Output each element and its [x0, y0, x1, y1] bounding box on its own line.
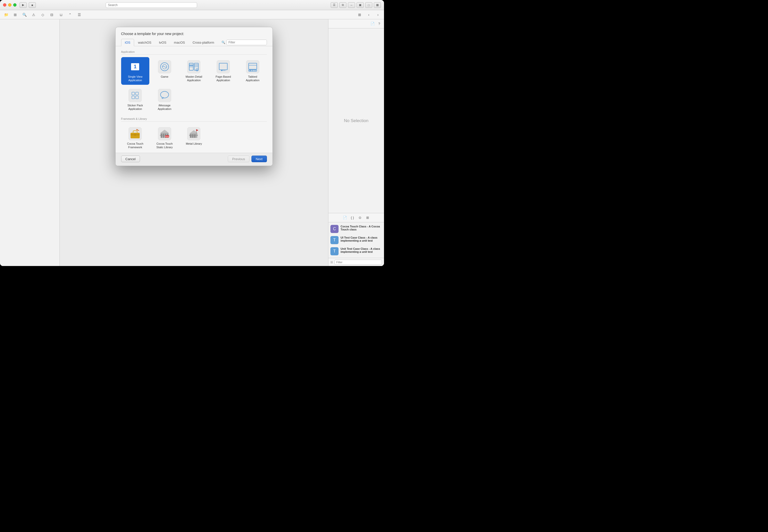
minimize-button[interactable] [8, 3, 11, 7]
editor-version-button[interactable]: ↔ [348, 2, 355, 8]
debug-toggle[interactable]: □ [365, 2, 372, 8]
tabbed-icon [246, 60, 259, 73]
svg-rect-56 [190, 134, 191, 138]
help-icon[interactable]: ? [376, 21, 382, 27]
code-snippet-icon[interactable]: { } [350, 215, 355, 221]
template-game[interactable]: Game [150, 57, 179, 85]
tab-crossplatform[interactable]: Cross-platform [189, 39, 218, 46]
sticker-pack-label: Sticker PackApplication [127, 104, 143, 111]
template-page-based[interactable]: Page-BasedApplication [209, 57, 237, 85]
library-item-cocoa-touch[interactable]: C Cocoa Touch Class - A Cocoa Touch clas… [328, 223, 384, 235]
tab-watchos[interactable]: watchOS [134, 39, 155, 46]
imessage-label: iMessageApplication [158, 104, 171, 111]
bookmark-icon[interactable]: ◇ [39, 11, 47, 18]
template-sticker-pack[interactable]: Sticker PackApplication [121, 86, 150, 113]
ui-test-class-icon: T [330, 236, 338, 244]
tab-tvos[interactable]: tvOS [155, 39, 170, 46]
source-control-icon[interactable]: ⊔ [57, 11, 65, 18]
cocoa-touch-class-text: Cocoa Touch Class - A Cocoa Touch class [340, 225, 382, 231]
maximize-button[interactable] [13, 3, 17, 7]
tab-macos[interactable]: macOS [170, 39, 189, 46]
modal-footer: Cancel Previous Next [116, 153, 272, 166]
run-button[interactable]: ▶ [20, 2, 27, 8]
hierarchy-icon[interactable]: ⊞ [11, 11, 19, 18]
library-filter-input[interactable] [334, 260, 382, 265]
folder-icon[interactable]: 📁 [2, 11, 10, 18]
new-project-dialog: Choose a template for your new project: … [115, 27, 273, 166]
game-icon [158, 60, 171, 73]
unit-test-class-title: Unit Test Case Class - A class implement… [340, 247, 382, 253]
cocoa-touch-class-title: Cocoa Touch Class - A Cocoa Touch class [340, 225, 382, 231]
library-section: 📄 { } ⊙ ⊞ C Cocoa Touch Class - A Cocoa … [328, 213, 384, 266]
tab-ios[interactable]: iOS [121, 39, 134, 46]
search-toolbar-icon[interactable]: 🔍 [20, 11, 28, 18]
template-master-detail[interactable]: Master-DetailApplication [180, 57, 208, 85]
single-view-label: Single ViewApplication [128, 75, 142, 82]
debug-navigator-icon[interactable]: ☰ [75, 11, 83, 18]
tabbed-label: TabbedApplication [246, 75, 259, 82]
back-button[interactable]: ‹ [365, 11, 373, 18]
cocoa-touch-class-icon: C [330, 225, 338, 233]
svg-rect-58 [194, 134, 195, 138]
svg-rect-37 [158, 89, 171, 102]
sticker-pack-icon [128, 89, 142, 102]
titlebar-search-area [106, 2, 197, 8]
modal-content: Application 1 [116, 46, 272, 153]
application-section-header: Application [121, 50, 267, 55]
template-imessage[interactable]: iMessageApplication [150, 86, 179, 113]
page-based-label: Page-BasedApplication [216, 75, 231, 82]
object-library-icon[interactable]: ⊙ [357, 215, 363, 221]
no-selection-area: No Selection [328, 28, 384, 213]
center-area: Choose a template for your new project: … [60, 19, 328, 266]
ui-test-class-title: UI Test Case Class - A class implementin… [340, 236, 382, 242]
warning-icon[interactable]: ⚠ [29, 11, 38, 18]
template-filter-input[interactable] [226, 40, 267, 45]
modal-overlay: Choose a template for your new project: … [60, 19, 328, 266]
titlebar-search-input[interactable] [106, 2, 197, 8]
ui-test-class-text: UI Test Case Class - A class implementin… [340, 236, 382, 242]
titlebar-controls: ▶ ■ [20, 2, 36, 8]
navigator-toggle[interactable]: ▣ [356, 2, 364, 8]
svg-rect-32 [128, 89, 142, 102]
modal-tabs: iOS watchOS tvOS macOS Cross-platform 🔍 [116, 39, 272, 46]
svg-rect-17 [217, 60, 230, 73]
unit-test-class-icon: T [330, 247, 338, 255]
svg-rect-9 [189, 65, 193, 66]
svg-text:Touch: Touch [165, 136, 169, 137]
template-single-view[interactable]: 1 Single ViewApplication [121, 57, 150, 85]
breakpoint-icon[interactable]: ⌃ [66, 11, 74, 18]
close-button[interactable] [3, 3, 6, 7]
editor-assistant-button[interactable]: ⧉ [339, 2, 346, 8]
library-item-unit-test[interactable]: T Unit Test Case Class - A class impleme… [328, 246, 384, 257]
utility-toggle[interactable]: ▦ [374, 2, 381, 8]
svg-rect-10 [189, 67, 193, 67]
new-file-icon[interactable]: 📄 [370, 21, 375, 27]
svg-text:1: 1 [134, 64, 137, 69]
no-selection-label: No Selection [344, 118, 368, 123]
grid-view-button[interactable]: ⊞ [355, 11, 364, 18]
main-area: Choose a template for your new project: … [0, 19, 384, 266]
svg-rect-57 [192, 134, 193, 138]
modal-header: Choose a template for your new project: [116, 27, 272, 39]
tab-filter-area: 🔍 [221, 40, 267, 45]
file-template-icon[interactable]: 📄 [342, 215, 348, 221]
forward-button[interactable]: › [374, 11, 382, 18]
editor-standard-button[interactable]: ☰ [331, 2, 338, 8]
cancel-button[interactable]: Cancel [121, 156, 140, 162]
find-icon[interactable]: ⊟ [48, 11, 56, 18]
template-cocoa-framework[interactable]: Cocoa TouchFramework [121, 124, 150, 152]
game-label: Game [161, 75, 168, 78]
library-list: C Cocoa Touch Class - A Cocoa Touch clas… [328, 222, 384, 258]
previous-button[interactable]: Previous [228, 156, 249, 162]
library-item-ui-test[interactable]: T UI Test Case Class - A class implement… [328, 235, 384, 246]
utility-toolbar: 📄 ? [328, 19, 384, 28]
cocoa-library-icon: Touch [158, 127, 171, 140]
metal-library-icon [187, 127, 200, 140]
template-tabbed[interactable]: TabbedApplication [238, 57, 267, 85]
traffic-lights [3, 3, 17, 7]
template-cocoa-library[interactable]: Touch Cocoa TouchStatic Library [150, 124, 179, 152]
next-button[interactable]: Next [251, 156, 267, 162]
stop-button[interactable]: ■ [29, 2, 36, 8]
media-library-icon[interactable]: ⊞ [365, 215, 370, 221]
template-metal-library[interactable]: Metal Library [180, 124, 208, 152]
